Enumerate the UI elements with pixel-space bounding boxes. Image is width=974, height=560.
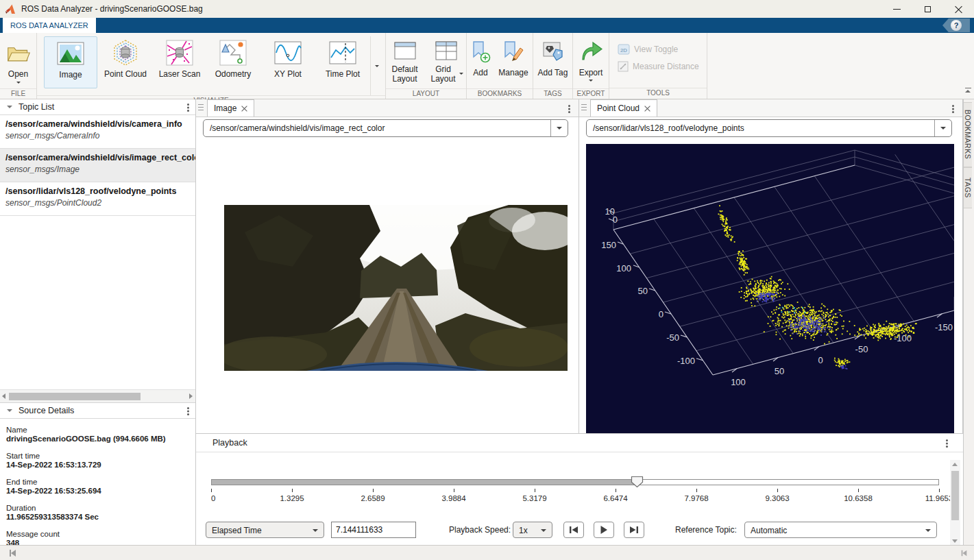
help-icon: ? — [951, 20, 962, 31]
vscroll-thumb[interactable] — [951, 471, 959, 520]
manage-bookmarks-button[interactable]: Manage — [495, 36, 532, 88]
source-details-header: Source Details — [0, 403, 195, 419]
playback-header: Playback — [196, 434, 963, 452]
docked-panel-icon[interactable] — [962, 550, 967, 557]
default-layout-button[interactable]: Default Layout — [386, 36, 424, 88]
pointcloud-3d-plot[interactable]: 10 0 150 100 50 0 -50 -100 100 50 0 -50 … — [586, 144, 954, 433]
scroll-down-icon[interactable] — [952, 539, 958, 543]
section-file: Open FILE — [0, 33, 37, 99]
section-layout: Default Layout Grid Layout — [386, 33, 467, 99]
open-folder-icon — [4, 38, 33, 67]
image-panel-menu-icon[interactable] — [568, 105, 570, 107]
visualize-odometry-button[interactable]: Odometry — [206, 36, 260, 88]
open-dropdown-caret — [16, 82, 21, 84]
maximize-button[interactable] — [912, 0, 943, 18]
x-tick: -150 — [935, 322, 953, 332]
drag-handle-icon[interactable] — [581, 104, 587, 112]
close-button[interactable] — [943, 0, 974, 18]
playback-panel: Playback 0 1.3295 2.6589 3.9884 5.3179 6… — [196, 433, 963, 545]
minimize-button[interactable] — [881, 0, 912, 18]
close-tab-icon[interactable] — [241, 106, 247, 112]
x-tick: -50 — [855, 344, 868, 354]
docked-panel-icon[interactable] — [10, 550, 16, 557]
image-topic-combobox[interactable]: /sensor/camera/windshield/vis/image_rect… — [203, 119, 568, 137]
view-toggle-button: 2D View Toggle — [618, 42, 707, 57]
gallery-caret-icon — [375, 65, 379, 67]
slider-tick-label: 6.6474 — [588, 494, 643, 502]
playback-speed-combobox[interactable]: 1x — [513, 522, 552, 538]
play-button[interactable] — [594, 522, 614, 538]
topic-row-camera-info[interactable]: /sensor/camera/windshield/vis/camera_inf… — [0, 115, 195, 149]
playback-vscrollbar[interactable] — [950, 460, 960, 546]
playback-menu-icon[interactable] — [946, 439, 948, 441]
source-details-fields: NamedrivingScenarioGOOSE.bag (994.6606 M… — [0, 419, 195, 556]
visualize-gallery-expand-button[interactable] — [370, 36, 382, 95]
right-dock-strip: BOOKMARKS TAGS — [963, 99, 974, 545]
visualize-image-button[interactable]: Image — [44, 36, 97, 88]
slider-tick-label: 5.3179 — [507, 494, 562, 502]
section-tags: Add Tag TAGS — [533, 33, 573, 99]
help-button[interactable]: ? — [942, 19, 970, 32]
playback-slider-fill — [212, 480, 637, 485]
time-mode-combobox[interactable]: Elapsed Time — [206, 522, 324, 538]
x-tick: -100 — [894, 333, 912, 343]
visualize-laser-scan-button[interactable]: Laser Scan — [154, 36, 206, 88]
collapse-triangle-icon[interactable] — [7, 409, 12, 412]
pointcloud-tabbar: Point Cloud — [579, 99, 962, 117]
tab-bookmarks-vertical[interactable]: BOOKMARKS — [964, 102, 972, 167]
tab-ros-data-analyzer[interactable]: ROS DATA ANALYZER — [3, 18, 96, 33]
chevron-down-icon — [541, 529, 546, 532]
tab-point-cloud[interactable]: Point Cloud — [590, 99, 657, 117]
reference-topic-combobox[interactable]: Automatic — [744, 522, 937, 538]
y-tick: -50 — [666, 332, 679, 343]
visualize-time-plot-button[interactable]: Time Plot — [315, 36, 370, 88]
laser-scan-icon — [165, 38, 194, 67]
collapse-ribbon-button[interactable] — [964, 87, 972, 95]
playback-speed-label: Playback Speed: — [449, 525, 511, 535]
pointcloud-topic-combobox[interactable]: /sensor/lidar/vls128_roof/velodyne_point… — [586, 119, 952, 137]
export-button[interactable]: Export — [574, 36, 608, 88]
elapsed-time-input[interactable] — [331, 522, 416, 538]
grid-layout-button[interactable]: Grid Layout — [426, 36, 466, 88]
close-tab-icon[interactable] — [644, 106, 650, 112]
topic-row-velodyne-points[interactable]: /sensor/lidar/vls128_roof/velodyne_point… — [0, 182, 195, 216]
step-forward-button[interactable] — [624, 522, 644, 538]
minimize-icon — [893, 9, 901, 10]
hscroll-thumb[interactable] — [9, 393, 141, 400]
source-details-menu-icon[interactable] — [187, 407, 189, 409]
grid-layout-caret — [459, 73, 463, 75]
add-bookmark-button[interactable]: Add — [467, 36, 494, 88]
x-tick: 0 — [818, 355, 823, 365]
titlebar: ROS Data Analyzer - drivingScenarioGOOSE… — [0, 0, 974, 18]
add-tag-button[interactable]: Add Tag — [535, 36, 572, 88]
step-back-icon — [569, 526, 579, 534]
scroll-right-icon[interactable] — [189, 393, 193, 399]
topic-list-hscrollbar[interactable] — [0, 389, 195, 403]
drag-handle-icon[interactable] — [198, 104, 204, 112]
collapse-triangle-icon[interactable] — [7, 106, 12, 108]
scroll-up-icon[interactable] — [952, 463, 958, 466]
playback-slider-thumb[interactable] — [631, 476, 644, 488]
chevron-down-icon — [557, 127, 562, 130]
y-tick: 50 — [638, 286, 648, 296]
combo-dropdown-button[interactable] — [934, 120, 951, 136]
topic-row-image-rect-color[interactable]: /sensor/camera/windshield/vis/image_rect… — [0, 149, 195, 182]
slider-tick-label: 9.3063 — [750, 494, 805, 502]
tab-tags-vertical[interactable]: TAGS — [964, 167, 972, 208]
visualize-point-cloud-button[interactable]: Point Cloud — [97, 36, 154, 88]
open-button[interactable]: Open — [3, 36, 34, 88]
topic-list-menu-icon[interactable] — [187, 104, 189, 106]
combo-dropdown-button[interactable] — [550, 120, 568, 136]
measure-distance-icon — [618, 61, 629, 72]
pointcloud-panel-menu-icon[interactable] — [952, 105, 954, 107]
y-tick: -100 — [677, 356, 695, 366]
image-viewer-panel: Image /sensor/camera/windshield/vis/imag… — [196, 99, 579, 433]
camera-image-display[interactable] — [224, 205, 568, 371]
step-back-button[interactable] — [563, 522, 584, 538]
y-tick: 0 — [659, 309, 663, 319]
scroll-left-icon[interactable] — [2, 393, 5, 399]
section-bookmarks: Add Manage BOOKMARKS — [467, 33, 533, 99]
playback-slider-track[interactable] — [211, 479, 939, 485]
visualize-xy-plot-button[interactable]: XY Plot — [260, 36, 315, 88]
tab-image[interactable]: Image — [207, 99, 254, 117]
